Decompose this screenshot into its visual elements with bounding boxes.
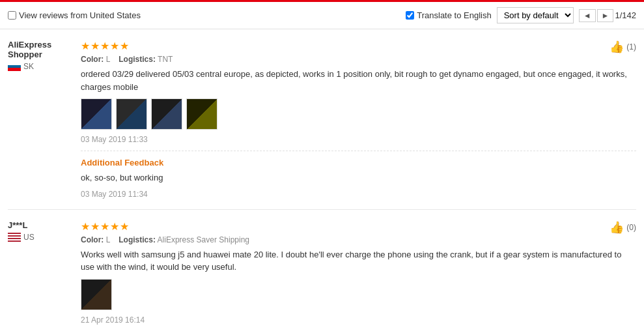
review-image[interactable]	[81, 98, 112, 130]
review-image[interactable]	[116, 98, 147, 130]
logistics-label: Logistics:	[119, 235, 156, 244]
reviewer-info: AliExpress Shopper SK	[8, 40, 73, 199]
prev-page-button[interactable]: ◄	[579, 9, 596, 22]
review-content: ★ ★ ★ ★ ★ 👍 (1) Color: L Logistics: TNT …	[81, 40, 636, 199]
review-date: 21 Apr 2019 16:14	[81, 315, 636, 325]
star-3: ★	[100, 40, 109, 52]
color-label: Color:	[81, 55, 104, 64]
view-us-reviews-label[interactable]: View reviews from United States	[8, 10, 141, 20]
star-5: ★	[120, 220, 129, 233]
star-4: ★	[110, 220, 119, 233]
translate-text: Translate to English	[417, 10, 491, 20]
next-page-button[interactable]: ►	[597, 9, 614, 22]
helpful-count: (0)	[626, 223, 636, 232]
pagination: ◄ ► 1/142	[579, 9, 636, 22]
helpful-button[interactable]: 👍 (1)	[609, 40, 636, 54]
top-bar-right: Translate to English Sort by default Mos…	[406, 7, 636, 23]
review-date: 03 May 2019 11:33	[81, 135, 636, 144]
star-2: ★	[91, 220, 100, 233]
color-logistics: Color: L Logistics: AliExpress Saver Shi…	[81, 235, 636, 244]
star-1: ★	[81, 40, 90, 52]
additional-feedback-date: 03 May 2019 11:34	[81, 190, 636, 199]
review-item: AliExpress Shopper SK ★ ★ ★ ★ ★ 👍 (1)	[8, 29, 636, 210]
color-value: L	[106, 55, 110, 64]
view-us-reviews-text: View reviews from United States	[19, 10, 141, 20]
view-us-reviews-checkbox[interactable]	[8, 11, 16, 20]
flag-sk-icon	[8, 62, 21, 71]
thumbs-up-icon: 👍	[609, 40, 624, 54]
color-logistics: Color: L Logistics: TNT	[81, 55, 636, 64]
review-images	[81, 98, 636, 130]
review-content: ★ ★ ★ ★ ★ 👍 (0) Color: L Logistics: AliE…	[81, 220, 636, 325]
star-rating: ★ ★ ★ ★ ★	[81, 40, 129, 52]
helpful-button[interactable]: 👍 (0)	[609, 220, 636, 235]
review-header: ★ ★ ★ ★ ★ 👍 (1)	[81, 40, 636, 55]
reviews-container: AliExpress Shopper SK ★ ★ ★ ★ ★ 👍 (1)	[0, 29, 644, 335]
review-image[interactable]	[81, 279, 112, 310]
country-code: US	[23, 233, 35, 242]
reviewer-info: J***L US	[8, 220, 73, 325]
page-info: 1/142	[615, 10, 636, 20]
star-1: ★	[81, 220, 90, 233]
country-code: SK	[23, 62, 34, 71]
flag-us-icon	[8, 233, 21, 242]
reviewer-name: J***L	[8, 220, 73, 230]
logistics-value: TNT	[158, 55, 173, 64]
thumbs-up-icon: 👍	[609, 220, 624, 235]
color-label: Color:	[81, 235, 104, 244]
reviewer-country: US	[8, 233, 73, 242]
logistics-label: Logistics:	[119, 55, 156, 64]
review-images	[81, 279, 636, 310]
review-image[interactable]	[151, 98, 182, 130]
sort-select[interactable]: Sort by default Most recent Most helpful	[497, 7, 574, 23]
reviewer-name: AliExpress Shopper	[8, 40, 73, 59]
review-image[interactable]	[186, 98, 217, 130]
logistics-value: AliExpress Saver Shipping	[158, 235, 249, 244]
star-2: ★	[91, 40, 100, 52]
helpful-count: (1)	[626, 42, 636, 51]
additional-feedback-title: Additional Feedback	[81, 158, 636, 168]
reviewer-country: SK	[8, 62, 73, 71]
star-4: ★	[110, 40, 119, 52]
review-text: Works well with samsung j5 and huawei ma…	[81, 248, 636, 274]
review-item: J***L US ★ ★ ★ ★ ★ 👍 (0)	[8, 210, 636, 336]
additional-feedback: Additional Feedback ok, so-so, but worki…	[81, 151, 636, 199]
star-3: ★	[100, 220, 109, 233]
review-header: ★ ★ ★ ★ ★ 👍 (0)	[81, 220, 636, 235]
star-5: ★	[120, 40, 129, 52]
top-bar: View reviews from United States Translat…	[0, 2, 644, 29]
star-rating: ★ ★ ★ ★ ★	[81, 220, 129, 233]
review-text: ordered 03/29 delivered 05/03 central eu…	[81, 68, 636, 93]
additional-feedback-text: ok, so-so, but working	[81, 171, 636, 184]
translate-checkbox[interactable]	[406, 11, 414, 20]
top-bar-left: View reviews from United States	[8, 10, 398, 20]
translate-label[interactable]: Translate to English	[406, 10, 491, 20]
color-value: L	[106, 235, 110, 244]
